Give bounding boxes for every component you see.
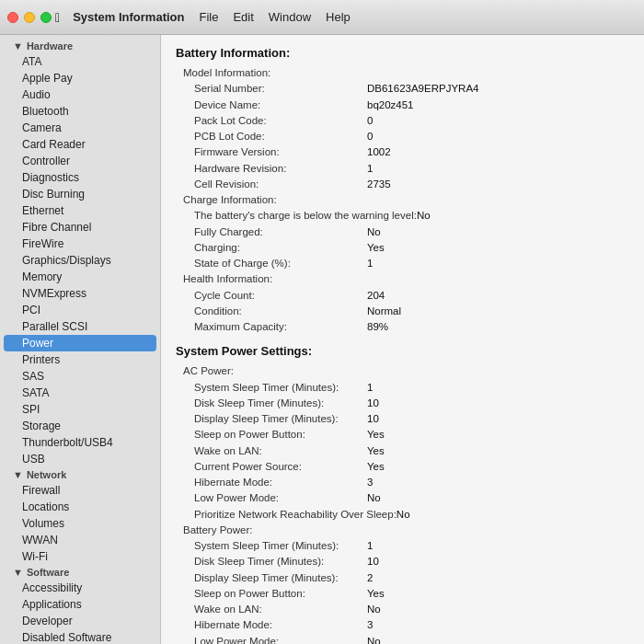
cell-rev-row: Cell Revision: 2735 [183,177,629,192]
sidebar-item-camera[interactable]: Camera [0,120,160,136]
sidebar-item-developer[interactable]: Developer [0,613,160,629]
model-info-block: Model Information: Serial Number: DB6162… [183,65,629,335]
charging-row: Charging: Yes [183,240,629,256]
sidebar-item-applications[interactable]: Applications [0,596,160,613]
device-name-value: bq20z451 [367,98,414,113]
charging-label: Charging: [183,240,367,256]
battery-power-label: Battery Power: [183,523,367,538]
maximize-button[interactable] [40,12,52,23]
bat-disk-sleep-value: 10 [367,554,379,569]
sidebar-item-fibrechannel[interactable]: Fibre Channel [0,219,160,236]
ac-hibernate-label: Hibernate Mode: [183,475,367,490]
chevron-down-icon: ▼ [13,40,23,52]
condition-value: Normal [367,304,401,319]
health-info-label: Health Information: [183,271,367,287]
sidebar-item-firewall[interactable]: Firewall [0,482,160,499]
traffic-lights [7,12,52,23]
fully-charged-value: No [367,224,381,240]
sidebar-item-storage[interactable]: Storage [0,418,160,434]
sidebar-item-printers[interactable]: Printers [0,351,160,368]
sidebar-item-sas[interactable]: SAS [0,368,160,385]
pack-lot-row: Pack Lot Code: 0 [183,113,629,129]
condition-row: Condition: Normal [183,304,629,319]
bat-sleep-power-row: Sleep on Power Button: Yes [183,586,629,602]
main-content-panel: Battery Information: Model Information: … [161,35,644,644]
sidebar-item-controller[interactable]: Controller [0,153,160,169]
bat-system-sleep-value: 1 [367,538,373,554]
charge-info-label: Charge Information: [183,192,367,208]
menu-window[interactable]: Window [269,10,311,24]
ac-display-sleep-row: Display Sleep Timer (Minutes): 10 [183,411,629,427]
ac-current-power-label: Current Power Source: [183,459,367,475]
cell-rev-value: 2735 [367,177,391,192]
main-window:  System Information File Edit Window He… [0,0,644,644]
close-button[interactable] [7,12,18,23]
sidebar-item-pci[interactable]: PCI [0,302,160,318]
bat-sleep-power-label: Sleep on Power Button: [183,586,367,602]
sidebar-network-header: ▼ Network [0,467,160,482]
sidebar-item-ata[interactable]: ATA [0,53,160,70]
ac-disk-sleep-value: 10 [367,396,379,411]
bat-disk-sleep-label: Disk Sleep Timer (Minutes): [183,554,367,569]
sidebar-item-locations[interactable]: Locations [0,499,160,515]
bat-display-sleep-value: 2 [367,570,373,586]
model-info-label-row: Model Information: [183,65,629,81]
battery-warning-value: No [417,208,431,224]
minimize-button[interactable] [24,12,35,23]
menu-help[interactable]: Help [326,10,351,24]
sidebar-item-usb[interactable]: USB [0,451,160,467]
sidebar-item-discburning[interactable]: Disc Burning [0,186,160,202]
sidebar-item-nvmexpress[interactable]: NVMExpress [0,285,160,302]
pcb-lot-value: 0 [367,129,373,144]
firmware-label: Firmware Version: [183,144,367,160]
sidebar-item-wwan[interactable]: WWAN [0,532,160,548]
cycle-count-label: Cycle Count: [183,288,367,304]
bat-display-sleep-label: Display Sleep Timer (Minutes): [183,570,367,586]
firmware-value: 1002 [367,144,391,160]
sidebar-item-thunderbolt[interactable]: Thunderbolt/USB4 [0,434,160,451]
apple-icon:  [55,10,60,25]
state-charge-value: 1 [367,256,373,271]
sidebar-item-memory[interactable]: Memory [0,269,160,285]
ac-current-power-row: Current Power Source: Yes [183,459,629,475]
sidebar-item-cardreader[interactable]: Card Reader [0,136,160,153]
sidebar-item-spi[interactable]: SPI [0,401,160,418]
sidebar-item-firewire[interactable]: FireWire [0,236,160,252]
bat-wake-lan-row: Wake on LAN: No [183,602,629,617]
ac-low-power-row: Low Power Mode: No [183,490,629,506]
sidebar-item-ethernet[interactable]: Ethernet [0,202,160,219]
sidebar-item-volumes[interactable]: Volumes [0,515,160,532]
serial-number-value: DB61623A9ERPJYRA4 [367,81,478,97]
sidebar-item-power[interactable]: Power [4,335,156,351]
charge-info-header: Charge Information: [183,192,629,208]
ac-low-power-label: Low Power Mode: [183,490,367,506]
device-name-label: Device Name: [183,98,367,113]
bat-low-power-value: No [367,634,381,645]
sidebar-item-disabled-software[interactable]: Disabled Software [0,629,160,644]
ac-system-sleep-value: 1 [367,380,373,396]
sidebar-item-audio[interactable]: Audio [0,86,160,103]
sidebar-item-graphics[interactable]: Graphics/Displays [0,252,160,269]
battery-power-header: Battery Power: [183,523,629,538]
ac-prioritize-row: Prioritize Network Reachability Over Sle… [183,507,629,523]
bat-system-sleep-row: System Sleep Timer (Minutes): 1 [183,538,629,554]
sidebar-item-wifi[interactable]: Wi-Fi [0,548,160,565]
battery-warning-label: The battery's charge is below the warnin… [183,208,417,224]
device-name-row: Device Name: bq20z451 [183,98,629,113]
bat-hibernate-row: Hibernate Mode: 3 [183,617,629,633]
sidebar-item-diagnostics[interactable]: Diagnostics [0,169,160,186]
ac-power-header: AC Power: [183,363,629,379]
ac-wake-lan-value: Yes [367,443,385,459]
sidebar-item-applepay[interactable]: Apple Pay [0,70,160,86]
sidebar-item-bluetooth[interactable]: Bluetooth [0,103,160,120]
ac-display-sleep-label: Display Sleep Timer (Minutes): [183,411,367,427]
sidebar-item-sata[interactable]: SATA [0,385,160,401]
sidebar-item-parallelscsi[interactable]: Parallel SCSI [0,318,160,335]
menu-file[interactable]: File [199,10,218,24]
menu-edit[interactable]: Edit [233,10,253,24]
bat-wake-lan-label: Wake on LAN: [183,602,367,617]
ac-wake-lan-row: Wake on LAN: Yes [183,443,629,459]
sidebar-item-accessibility[interactable]: Accessibility [0,580,160,596]
ac-hibernate-row: Hibernate Mode: 3 [183,475,629,490]
chevron-down-icon: ▼ [13,469,23,480]
